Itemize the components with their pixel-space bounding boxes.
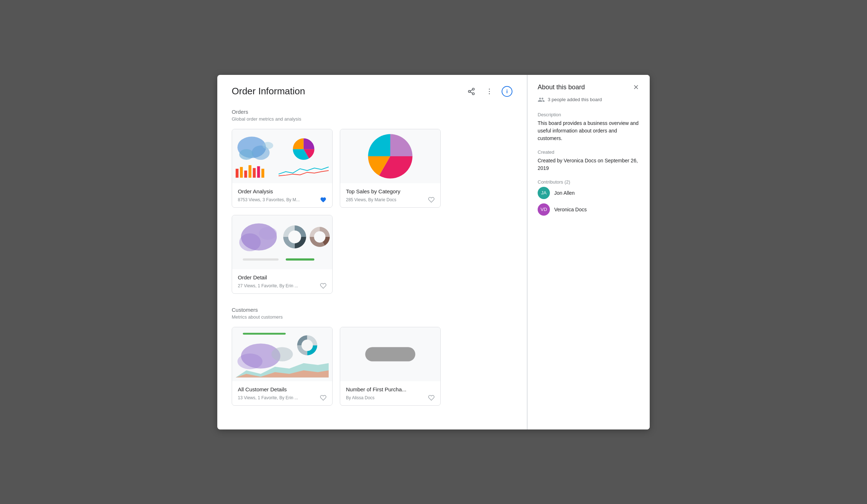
main-panel: Order Information i Orders Glob bbox=[217, 75, 527, 429]
contributor-jon-allen: JA Jon Allen bbox=[538, 187, 640, 199]
card-top-sales[interactable]: Top Sales by Category 285 Views, By Mari… bbox=[340, 129, 441, 208]
contributors-label: Contributors (2) bbox=[538, 179, 640, 185]
about-panel: About this board 3 people added this boa… bbox=[527, 75, 650, 429]
svg-line-3 bbox=[470, 92, 472, 93]
contributor-veronica-docs: VD Veronica Docs bbox=[538, 203, 640, 216]
svg-point-26 bbox=[288, 230, 301, 243]
favorite-button-top-sales[interactable] bbox=[428, 197, 435, 203]
card-thumbnail-order-detail bbox=[232, 215, 332, 269]
svg-rect-31 bbox=[243, 333, 286, 334]
svg-line-4 bbox=[470, 89, 472, 91]
orders-section: Orders Global order metrics and analysis bbox=[232, 109, 512, 294]
card-order-detail[interactable]: Order Detail 27 Views, 1 Favorite, By Er… bbox=[232, 215, 333, 294]
customers-section-subtitle: Metrics about customers bbox=[232, 314, 512, 320]
card-title-all-customer-details: All Customer Details bbox=[238, 386, 326, 392]
card-thumbnail-top-sales bbox=[340, 129, 440, 183]
customers-section: Customers Metrics about customers bbox=[232, 307, 512, 406]
svg-point-5 bbox=[489, 89, 490, 90]
close-panel-button[interactable] bbox=[632, 84, 640, 91]
card-thumbnail-order-analysis bbox=[232, 129, 332, 183]
favorite-button-all-customer-details[interactable] bbox=[320, 395, 326, 401]
card-title-top-sales: Top Sales by Category bbox=[346, 188, 435, 194]
card-meta-order-detail: 27 Views, 1 Favorite, By Erin ... bbox=[238, 283, 326, 289]
svg-rect-14 bbox=[240, 167, 243, 177]
card-meta-all-customer-details: 13 Views, 1 Favorite, By Erin ... bbox=[238, 395, 326, 401]
description-text: This board provides a business overview … bbox=[538, 120, 640, 142]
card-meta-text-order-analysis: 8753 Views, 3 Favorites, By M... bbox=[238, 197, 300, 202]
page-header: Order Information i bbox=[232, 86, 512, 97]
header-actions: i bbox=[466, 86, 512, 97]
svg-point-34 bbox=[271, 347, 293, 361]
svg-point-38 bbox=[302, 339, 313, 351]
svg-point-10 bbox=[239, 149, 254, 160]
created-text: Created by Veronica Docs on September 26… bbox=[538, 157, 640, 172]
people-icon bbox=[538, 96, 545, 103]
card-meta-number-first-purchase: By Alissa Docs bbox=[346, 395, 435, 401]
svg-rect-19 bbox=[261, 168, 264, 177]
orders-cards-grid: Order Analysis 8753 Views, 3 Favorites, … bbox=[232, 129, 512, 294]
card-body-order-detail: Order Detail 27 Views, 1 Favorite, By Er… bbox=[232, 269, 332, 293]
svg-rect-39 bbox=[365, 347, 415, 361]
card-body-number-first-purchase: Number of First Purcha... By Alissa Docs bbox=[340, 381, 440, 405]
people-count: 3 people added this board bbox=[538, 96, 640, 103]
card-title-number-first-purchase: Number of First Purcha... bbox=[346, 386, 435, 392]
svg-point-28 bbox=[314, 231, 325, 243]
card-thumbnail-number-first-purchase bbox=[340, 327, 440, 381]
svg-rect-17 bbox=[253, 168, 256, 177]
orders-section-subtitle: Global order metrics and analysis bbox=[232, 116, 512, 122]
card-meta-text-number-first-purchase: By Alissa Docs bbox=[346, 395, 374, 400]
info-button[interactable]: i bbox=[502, 86, 512, 97]
page-title: Order Information bbox=[232, 86, 305, 97]
svg-point-23 bbox=[259, 227, 277, 240]
card-meta-text-all-customer-details: 13 Views, 1 Favorite, By Erin ... bbox=[238, 395, 298, 400]
svg-point-22 bbox=[239, 233, 261, 251]
svg-rect-13 bbox=[236, 168, 239, 177]
card-meta-text-top-sales: 285 Views, By Marie Docs bbox=[346, 197, 396, 202]
about-panel-title: About this board bbox=[538, 84, 585, 91]
orders-section-title: Orders bbox=[232, 109, 512, 115]
description-section: Description This board provides a busine… bbox=[538, 112, 640, 142]
contributors-section: Contributors (2) JA Jon Allen VD Veronic… bbox=[538, 179, 640, 216]
created-label: Created bbox=[538, 149, 640, 155]
card-body-order-analysis: Order Analysis 8753 Views, 3 Favorites, … bbox=[232, 183, 332, 207]
avatar-veronica-docs: VD bbox=[538, 203, 550, 216]
svg-point-6 bbox=[489, 91, 490, 92]
favorite-button-order-detail[interactable] bbox=[320, 283, 326, 289]
card-thumbnail-all-customer-details bbox=[232, 327, 332, 381]
contributor-name-jon-allen: Jon Allen bbox=[554, 190, 575, 196]
customers-cards-grid: All Customer Details 13 Views, 1 Favorit… bbox=[232, 327, 512, 406]
svg-rect-29 bbox=[243, 258, 279, 260]
card-meta-top-sales: 285 Views, By Marie Docs bbox=[346, 197, 435, 203]
people-count-text: 3 people added this board bbox=[548, 97, 602, 102]
card-body-top-sales: Top Sales by Category 285 Views, By Mari… bbox=[340, 183, 440, 207]
share-button[interactable] bbox=[466, 86, 477, 97]
avatar-jon-allen: JA bbox=[538, 187, 550, 199]
card-meta-order-analysis: 8753 Views, 3 Favorites, By M... bbox=[238, 197, 326, 203]
card-all-customer-details[interactable]: All Customer Details 13 Views, 1 Favorit… bbox=[232, 327, 333, 406]
svg-rect-15 bbox=[244, 170, 247, 177]
card-meta-text-order-detail: 27 Views, 1 Favorite, By Erin ... bbox=[238, 283, 298, 288]
svg-point-11 bbox=[262, 142, 273, 149]
created-section: Created Created by Veronica Docs on Sept… bbox=[538, 149, 640, 172]
description-label: Description bbox=[538, 112, 640, 117]
svg-point-7 bbox=[489, 93, 490, 94]
svg-rect-30 bbox=[286, 258, 314, 260]
favorite-button-number-first-purchase[interactable] bbox=[428, 395, 435, 401]
card-title-order-detail: Order Detail bbox=[238, 274, 326, 280]
svg-point-33 bbox=[237, 354, 263, 369]
contributor-name-veronica-docs: Veronica Docs bbox=[554, 207, 587, 212]
svg-rect-18 bbox=[257, 166, 260, 177]
more-options-button[interactable] bbox=[484, 86, 495, 97]
card-number-first-purchase[interactable]: Number of First Purcha... By Alissa Docs bbox=[340, 327, 441, 406]
card-order-analysis[interactable]: Order Analysis 8753 Views, 3 Favorites, … bbox=[232, 129, 333, 208]
favorite-button-order-analysis[interactable] bbox=[320, 197, 326, 203]
customers-section-title: Customers bbox=[232, 307, 512, 313]
card-body-all-customer-details: All Customer Details 13 Views, 1 Favorit… bbox=[232, 381, 332, 405]
about-panel-header: About this board bbox=[538, 84, 640, 91]
card-title-order-analysis: Order Analysis bbox=[238, 188, 326, 194]
svg-rect-16 bbox=[249, 165, 252, 177]
